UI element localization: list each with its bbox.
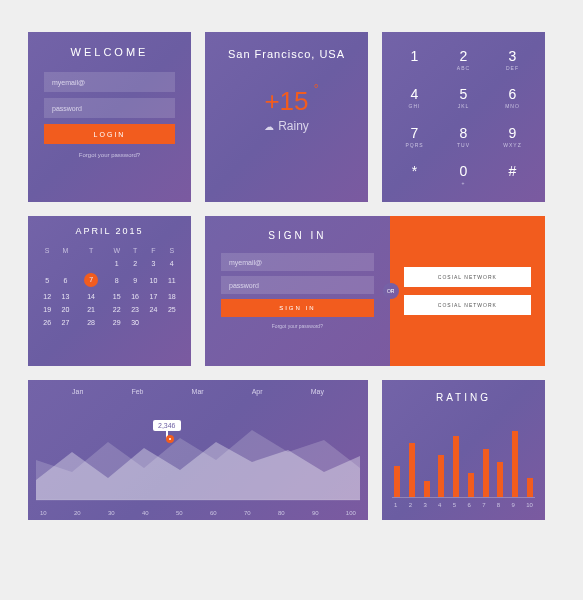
dial-num: 1 xyxy=(411,48,419,64)
dial-sub: + xyxy=(462,180,466,186)
calendar-day[interactable]: 27 xyxy=(56,316,74,329)
calendar-day[interactable]: 23 xyxy=(126,303,144,316)
dial-key-7[interactable]: 7PQRS xyxy=(390,117,439,156)
calendar-day[interactable]: 21 xyxy=(75,303,108,316)
rating-xtick: 4 xyxy=(438,502,441,508)
dial-key-8[interactable]: 8TUV xyxy=(439,117,488,156)
email-field[interactable]: myemail@ xyxy=(44,72,175,92)
calendar-dow: S xyxy=(163,244,181,257)
calendar-day[interactable]: 29 xyxy=(108,316,126,329)
calendar-day[interactable]: 13 xyxy=(56,290,74,303)
area-chart-svg xyxy=(36,390,360,510)
dial-sub: ABC xyxy=(457,65,470,71)
rating-xtick: 10 xyxy=(526,502,533,508)
dial-key-0[interactable]: 0+ xyxy=(439,156,488,195)
dial-key-1[interactable]: 1 xyxy=(390,40,439,79)
degree-symbol: ° xyxy=(314,82,319,96)
calendar-day[interactable]: 19 xyxy=(38,303,56,316)
area-chart-months: JanFebMarAprMay xyxy=(28,388,368,395)
calendar-day[interactable]: 15 xyxy=(108,290,126,303)
signin-password-field[interactable]: password xyxy=(221,276,374,294)
calendar-day[interactable]: 5 xyxy=(38,270,56,290)
calendar-day[interactable]: 16 xyxy=(126,290,144,303)
area-chart-card: JanFebMarAprMay 2,346 102030405060708090… xyxy=(28,380,368,520)
dial-sub: PQRS xyxy=(405,142,423,148)
rating-bar xyxy=(483,449,489,497)
dial-key-4[interactable]: 4GHI xyxy=(390,79,439,118)
calendar-day[interactable]: 3 xyxy=(144,257,162,270)
rating-card: RATING 12345678910 xyxy=(382,380,545,520)
dial-key-9[interactable]: 9WXYZ xyxy=(488,117,537,156)
calendar-day[interactable]: 9 xyxy=(126,270,144,290)
calendar-day[interactable]: 2 xyxy=(126,257,144,270)
calendar-day[interactable]: 11 xyxy=(163,270,181,290)
dial-key-3[interactable]: 3DEF xyxy=(488,40,537,79)
condition-text: Rainy xyxy=(278,119,309,133)
dial-num: 8 xyxy=(460,125,468,141)
signin-form: SIGN IN myemail@ password SIGN IN Forgot… xyxy=(205,216,390,366)
area-xtick: 40 xyxy=(142,510,149,516)
area-month-label: Mar xyxy=(192,388,204,395)
login-button[interactable]: LOGIN xyxy=(44,124,175,144)
calendar-day[interactable]: 26 xyxy=(38,316,56,329)
calendar-day[interactable]: 8 xyxy=(108,270,126,290)
calendar-table: SMTWTFS ...12345678910111213141516171819… xyxy=(38,244,181,329)
rating-xtick: 3 xyxy=(423,502,426,508)
dial-num: 6 xyxy=(509,86,517,102)
dial-key-5[interactable]: 5JKL xyxy=(439,79,488,118)
password-field[interactable]: password xyxy=(44,98,175,118)
signin-button[interactable]: SIGN IN xyxy=(221,299,374,317)
rating-xtick: 2 xyxy=(409,502,412,508)
area-xtick: 90 xyxy=(312,510,319,516)
calendar-day[interactable]: 12 xyxy=(38,290,56,303)
calendar-dow: S xyxy=(38,244,56,257)
calendar-card: APRIL 2015 SMTWTFS ...123456789101112131… xyxy=(28,216,191,366)
dial-num: 9 xyxy=(509,125,517,141)
dial-key-#[interactable]: # xyxy=(488,156,537,195)
signin-social: OR COSIAL NETWORK COSIAL NETWORK xyxy=(390,216,545,366)
calendar-day[interactable]: 25 xyxy=(163,303,181,316)
calendar-day[interactable]: 17 xyxy=(144,290,162,303)
weather-card: San Francisco, USA +15° ☁Rainy xyxy=(205,32,368,202)
area-xtick: 10 xyxy=(40,510,47,516)
calendar-day[interactable]: 20 xyxy=(56,303,74,316)
dial-key-*[interactable]: * xyxy=(390,156,439,195)
or-badge: OR xyxy=(383,283,399,299)
calendar-body: ...1234567891011121314151617181920212223… xyxy=(38,257,181,329)
weather-temperature: +15° xyxy=(264,86,308,117)
area-xtick: 70 xyxy=(244,510,251,516)
calendar-day[interactable]: 1 xyxy=(108,257,126,270)
forgot-password-link[interactable]: Forgot your password? xyxy=(44,152,175,158)
area-callout-dot xyxy=(166,435,174,443)
rating-xtick: 5 xyxy=(453,502,456,508)
weather-condition: ☁Rainy xyxy=(215,119,358,133)
calendar-day[interactable]: 10 xyxy=(144,270,162,290)
signin-forgot-link[interactable]: Forgot your password? xyxy=(221,323,374,329)
rating-bar xyxy=(424,481,430,497)
calendar-day[interactable]: 24 xyxy=(144,303,162,316)
calendar-day[interactable]: 22 xyxy=(108,303,126,316)
dial-num: * xyxy=(412,163,417,179)
calendar-day[interactable]: 18 xyxy=(163,290,181,303)
social-button-2[interactable]: COSIAL NETWORK xyxy=(404,295,531,315)
dial-sub: GHI xyxy=(409,103,421,109)
calendar-day[interactable]: 7 xyxy=(75,270,108,290)
calendar-day[interactable]: 30 xyxy=(126,316,144,329)
dial-key-6[interactable]: 6MNO xyxy=(488,79,537,118)
rating-xtick: 8 xyxy=(497,502,500,508)
rating-xtick: 1 xyxy=(394,502,397,508)
area-month-label: Feb xyxy=(131,388,143,395)
temp-value: +15 xyxy=(264,86,308,116)
calendar-day[interactable]: 6 xyxy=(56,270,74,290)
calendar-day[interactable]: 28 xyxy=(75,316,108,329)
calendar-day[interactable]: 14 xyxy=(75,290,108,303)
area-month-label: May xyxy=(311,388,324,395)
area-xtick: 30 xyxy=(108,510,115,516)
dial-num: 0 xyxy=(460,163,468,179)
signin-email-field[interactable]: myemail@ xyxy=(221,253,374,271)
welcome-title: WELCOME xyxy=(44,46,175,58)
dial-num: 5 xyxy=(460,86,468,102)
dial-key-2[interactable]: 2ABC xyxy=(439,40,488,79)
social-button-1[interactable]: COSIAL NETWORK xyxy=(404,267,531,287)
calendar-day[interactable]: 4 xyxy=(163,257,181,270)
